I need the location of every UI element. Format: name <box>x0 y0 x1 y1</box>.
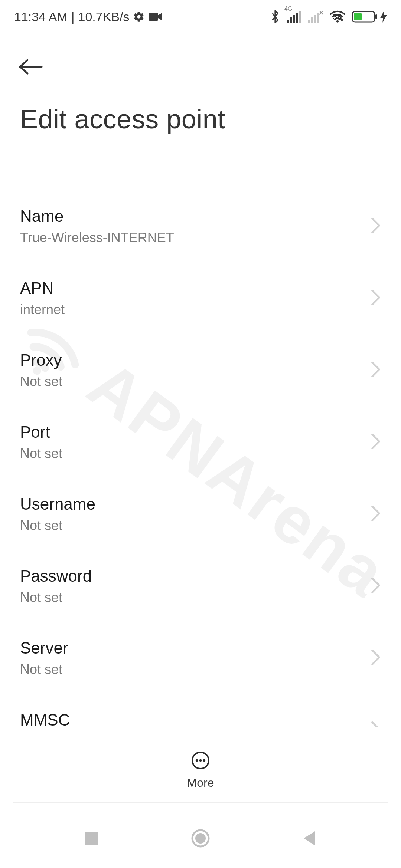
bluetooth-icon <box>270 9 280 24</box>
setting-label: Name <box>20 207 363 226</box>
svg-rect-14 <box>354 13 362 20</box>
page-title: Edit access point <box>20 104 381 134</box>
status-net-speed: 10.7KB/s <box>78 10 130 24</box>
setting-value: Not set <box>20 590 363 605</box>
setting-label: APN <box>20 279 363 297</box>
svg-rect-15 <box>375 14 377 19</box>
nav-back-button[interactable] <box>293 822 326 855</box>
circle-icon <box>190 828 211 849</box>
setting-label: Proxy <box>20 351 363 369</box>
status-time: 11:34 AM <box>14 10 68 24</box>
chevron-right-icon <box>371 721 381 727</box>
svg-rect-7 <box>308 20 310 23</box>
chevron-right-icon <box>371 433 381 451</box>
setting-value: Not set <box>20 518 363 533</box>
setting-label: Username <box>20 495 363 513</box>
settings-list: Name True-Wireless-INTERNET APN internet… <box>0 193 401 727</box>
chevron-right-icon <box>371 649 381 667</box>
setting-value: Not set <box>20 662 363 677</box>
camera-icon <box>149 12 162 22</box>
battery-indicator: 38 <box>352 10 387 23</box>
system-nav-bar <box>0 809 401 868</box>
setting-label: Password <box>20 567 363 585</box>
setting-row-password[interactable]: Password Not set <box>0 553 401 619</box>
chevron-right-icon <box>371 505 381 523</box>
network-type-badge: 4G <box>284 6 292 12</box>
cellular-signal-2-icon <box>308 11 323 23</box>
status-left: 11:34 AM | 10.7KB/s <box>14 10 162 24</box>
nav-home-button[interactable] <box>184 822 217 855</box>
svg-point-19 <box>203 759 205 762</box>
svg-rect-9 <box>314 15 316 23</box>
setting-label: Server <box>20 639 363 657</box>
chevron-right-icon <box>371 217 381 235</box>
svg-rect-2 <box>287 20 289 23</box>
svg-rect-8 <box>311 17 313 23</box>
status-right: 4G <box>270 9 387 24</box>
setting-row-server[interactable]: Server Not set <box>0 625 401 691</box>
setting-value: internet <box>20 302 363 318</box>
setting-value: Not set <box>20 446 363 461</box>
nav-recents-button[interactable] <box>75 822 108 855</box>
battery-percent: 38 <box>333 12 342 22</box>
setting-row-apn[interactable]: APN internet <box>0 265 401 332</box>
more-button[interactable]: More <box>187 750 214 790</box>
settings-icon <box>133 11 145 23</box>
status-separator: | <box>71 10 75 24</box>
bottom-divider <box>13 802 388 803</box>
charging-icon <box>380 11 387 23</box>
svg-rect-4 <box>293 15 295 23</box>
setting-row-name[interactable]: Name True-Wireless-INTERNET <box>0 193 401 260</box>
triangle-left-icon <box>301 830 317 847</box>
header: Edit access point <box>0 45 401 134</box>
cellular-signal-1-icon: 4G <box>287 11 301 23</box>
more-icon <box>190 750 211 772</box>
square-icon <box>84 831 100 846</box>
setting-label: Port <box>20 423 363 441</box>
svg-point-18 <box>199 759 202 762</box>
setting-row-port[interactable]: Port Not set <box>0 409 401 476</box>
chevron-right-icon <box>371 577 381 595</box>
back-button[interactable] <box>16 52 45 82</box>
setting-row-username[interactable]: Username Not set <box>0 481 401 548</box>
setting-value: True-Wireless-INTERNET <box>20 230 363 246</box>
setting-row-mmsc[interactable]: MMSC Not set <box>0 697 401 727</box>
svg-rect-10 <box>317 13 319 23</box>
svg-rect-5 <box>296 13 298 23</box>
svg-point-22 <box>195 833 206 844</box>
setting-value: Not set <box>20 374 363 389</box>
more-label: More <box>187 776 214 790</box>
svg-point-17 <box>196 759 198 762</box>
arrow-left-icon <box>17 58 44 76</box>
setting-label: MMSC <box>20 711 363 727</box>
chevron-right-icon <box>371 361 381 379</box>
svg-rect-6 <box>299 11 301 23</box>
svg-rect-1 <box>149 13 158 21</box>
chevron-right-icon <box>371 289 381 307</box>
status-bar: 11:34 AM | 10.7KB/s 4G <box>0 0 401 33</box>
svg-rect-3 <box>290 17 292 23</box>
setting-row-proxy[interactable]: Proxy Not set <box>0 337 401 404</box>
svg-rect-20 <box>85 832 98 845</box>
bottom-action-bar: More <box>0 738 401 801</box>
